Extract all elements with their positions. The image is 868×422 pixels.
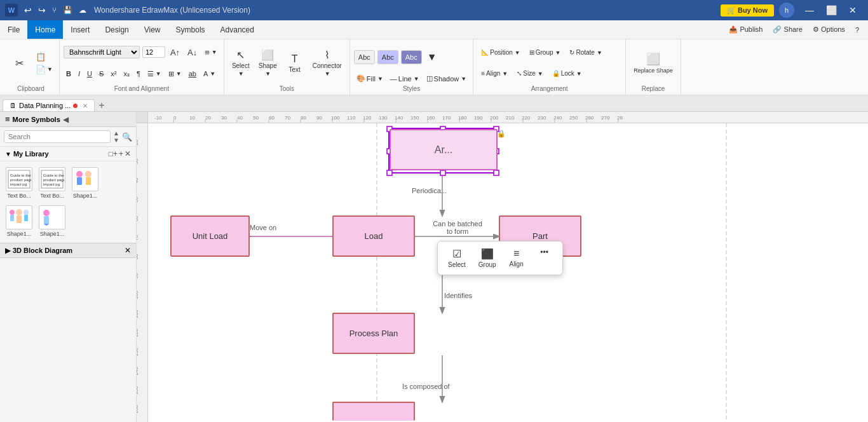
bold-button[interactable]: B <box>64 69 74 79</box>
size-button[interactable]: ⤡ Size ▼ <box>513 67 546 79</box>
thumb-shape-2[interactable]: Shape1... <box>4 203 34 239</box>
ribbon: ✂ 📋 📄 ▼ Clipboard Bahnschrift Light A↑ A… <box>0 39 868 95</box>
align-button[interactable]: ≡▼ <box>202 46 220 58</box>
undo-button[interactable]: ↩ <box>22 4 34 17</box>
fill-button[interactable]: 🎨 Fill ▼ <box>354 73 386 84</box>
copy-button[interactable]: 📋 <box>33 51 55 63</box>
library-add-button[interactable]: □+ <box>109 149 118 158</box>
thumb-text-box-2[interactable]: Guide to the product page's impact pg Te… <box>37 165 67 201</box>
menu-item-insert[interactable]: Insert <box>63 20 97 39</box>
shape-button[interactable]: ⬜ Shape ▼ <box>255 46 281 79</box>
menu-item-view[interactable]: View <box>137 20 168 39</box>
svg-text:70: 70 <box>137 235 139 240</box>
rotate-button[interactable]: ↻ Rotate ▼ <box>566 46 606 58</box>
popup-align-button[interactable]: ≡ Align <box>505 245 528 271</box>
maximize-button[interactable]: ⬜ <box>821 3 841 17</box>
text-button[interactable]: T Text <box>282 51 308 76</box>
cut-button[interactable]: ✂ <box>6 55 32 72</box>
cloud-button[interactable]: ☁ <box>76 4 89 17</box>
decrease-font-button[interactable]: A↓ <box>185 46 200 58</box>
thumb-label-3: Shape1... <box>73 193 98 199</box>
thumb-shape-1[interactable]: Shape1... <box>70 165 100 201</box>
svg-text:30: 30 <box>137 158 139 164</box>
buy-now-button[interactable]: 🛒 Buy Now <box>721 4 774 17</box>
save-button[interactable]: 💾 <box>60 4 75 17</box>
popup-more-button[interactable]: ••• <box>533 245 556 271</box>
section-close-button[interactable]: ✕ <box>125 246 131 255</box>
paste-button[interactable]: 📄 ▼ <box>33 64 55 76</box>
publish-button[interactable]: 📤 Publish <box>725 24 766 35</box>
node-unit-load[interactable]: Unit Load <box>170 215 250 257</box>
increase-font-button[interactable]: A↑ <box>168 46 182 58</box>
library-section: ▼ My Library □+ + ✕ <box>0 147 136 161</box>
para-button[interactable]: ¶ <box>134 69 143 79</box>
replace-shape-button[interactable]: ⬜ Replace Shape <box>630 50 677 76</box>
node-load[interactable]: Load <box>332 215 415 257</box>
underline-button[interactable]: U <box>85 69 95 79</box>
text-style-2[interactable]: Abc <box>377 50 398 64</box>
node-process-plan[interactable]: Process Plan <box>332 313 415 354</box>
thumb-text-box-1[interactable]: Guide to the product page's impact pg Te… <box>4 165 34 201</box>
svg-text:0: 0 <box>173 115 177 121</box>
node-part-label: Part <box>532 231 548 241</box>
lock-button[interactable]: 🔒 Lock ▼ <box>548 67 586 79</box>
svg-rect-94 <box>440 170 445 175</box>
svg-rect-11 <box>86 177 91 185</box>
menu-item-advanced[interactable]: Advanced <box>213 20 262 39</box>
font-select[interactable]: Bahnschrift Light <box>64 46 140 58</box>
line-button[interactable]: — Line ▼ <box>388 73 422 84</box>
menu-item-file[interactable]: File <box>0 20 27 39</box>
bullet-button[interactable]: ⊞▼ <box>166 69 184 79</box>
text-style-1[interactable]: Abc <box>354 50 375 64</box>
doc-tabs: 🗓 Data Planning ... ✕ + <box>0 95 868 112</box>
menu-item-symbols[interactable]: Symbols <box>168 20 213 39</box>
redo-button[interactable]: ↪ <box>36 4 48 17</box>
shadow-button[interactable]: ◫ Shadow ▼ <box>424 73 470 84</box>
subscript-button[interactable]: x₂ <box>121 69 132 79</box>
add-tab-button[interactable]: + <box>95 100 108 111</box>
superscript-button[interactable]: x² <box>108 69 119 79</box>
connector-button[interactable]: ⌇ Connector ▼ <box>309 46 346 79</box>
position-button[interactable]: 📐 Position ▼ <box>477 46 524 58</box>
font-color-button[interactable]: A▼ <box>201 69 218 79</box>
options-button[interactable]: ⚙ Options <box>809 24 849 35</box>
text-style-3[interactable]: Abc <box>401 50 422 64</box>
font-size-input[interactable] <box>142 46 165 58</box>
search-input[interactable] <box>4 130 111 143</box>
thumb-shape-3[interactable]: Shape1... <box>37 203 67 239</box>
library-expand-btn[interactable]: + <box>119 149 123 158</box>
scroll-up-button[interactable]: ▲ <box>113 130 119 137</box>
node-load-label: Load <box>365 231 383 241</box>
help-button[interactable]: ? <box>851 25 863 35</box>
panel-collapse-button[interactable]: ◀ <box>63 115 69 124</box>
menu-item-home[interactable]: Home <box>27 20 63 39</box>
svg-text:150: 150 <box>137 386 139 395</box>
node-process-plan-label: Process Plan <box>349 329 398 338</box>
tab-close-icon[interactable]: ✕ <box>83 102 88 109</box>
list-button[interactable]: ☰▼ <box>145 69 164 79</box>
close-button[interactable]: ✕ <box>843 3 863 17</box>
popup-select-button[interactable]: ☑ Select <box>444 245 470 271</box>
library-close-button[interactable]: ✕ <box>125 149 131 158</box>
minimize-button[interactable]: — <box>799 3 820 17</box>
italic-button[interactable]: I <box>76 69 83 79</box>
section-divider-3d[interactable]: ▶ 3D Block Diagram ✕ <box>0 243 136 258</box>
svg-text:impact pg: impact pg <box>43 182 60 186</box>
branch-button[interactable]: ⑂ <box>50 4 59 17</box>
node-ar[interactable]: Ar... <box>390 129 498 170</box>
node-bottom[interactable] <box>332 402 415 421</box>
align-arr-button[interactable]: ≡ Align ▼ <box>477 67 512 79</box>
scroll-down-button[interactable]: ▼ <box>113 137 119 144</box>
strikethrough-button[interactable]: S <box>97 69 106 79</box>
popup-group-button[interactable]: ⬛ Group <box>475 245 500 271</box>
share-button[interactable]: 🔗 Share <box>769 24 806 35</box>
menu-item-design[interactable]: Design <box>97 20 136 39</box>
select-button[interactable]: ↖ Select ▼ <box>228 46 254 79</box>
underline2-button[interactable]: ab <box>186 69 199 79</box>
doc-tab-main[interactable]: 🗓 Data Planning ... ✕ <box>3 99 95 111</box>
diagram-canvas[interactable]: 🔒 Ar... Unit Load <box>148 123 868 422</box>
search-bar: ▲ ▼ 🔍 <box>0 127 136 147</box>
styles-expand[interactable]: ▼ <box>424 50 440 64</box>
group-button[interactable]: ⊞ Group ▼ <box>526 46 565 58</box>
tools-group: ↖ Select ▼ ⬜ Shape ▼ T Text ⌇ Connector … <box>224 39 350 95</box>
